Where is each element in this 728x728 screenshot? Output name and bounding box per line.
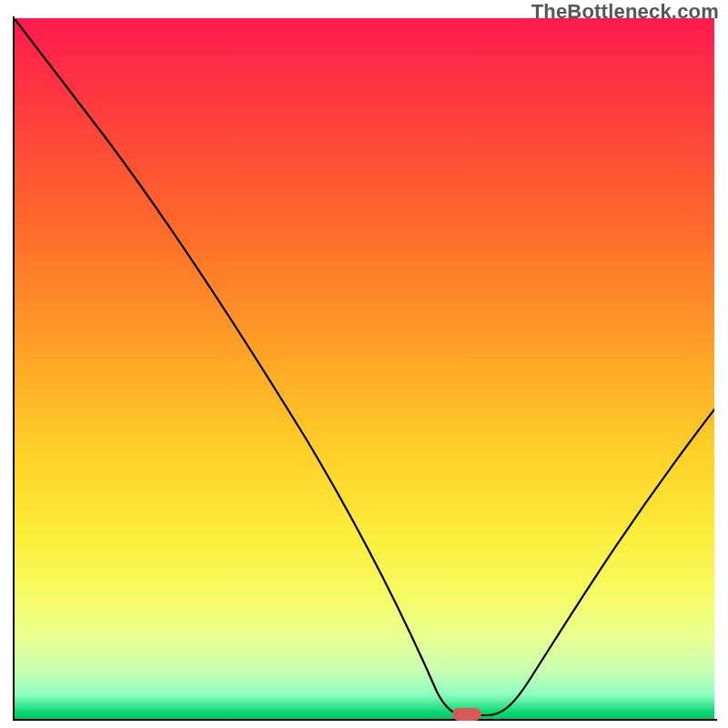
watermark-text: TheBottleneck.com (531, 0, 719, 24)
minimum-marker (452, 708, 481, 721)
chart-stage: TheBottleneck.com (0, 0, 728, 728)
y-axis (13, 16, 15, 721)
chart-background-gradient (14, 18, 714, 719)
x-axis (13, 719, 717, 721)
